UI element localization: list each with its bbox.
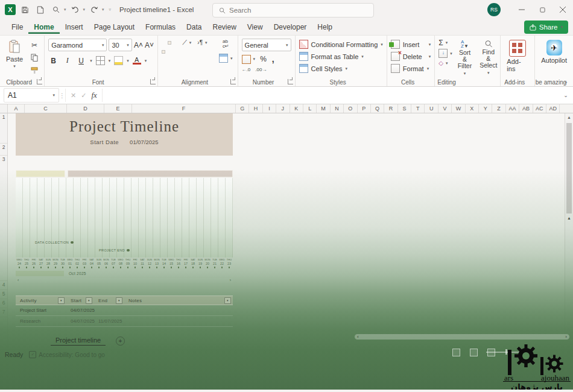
conditional-formatting-button[interactable]: Conditional Formatting▾ — [299, 39, 383, 50]
alignment-dialog-launcher-icon[interactable] — [230, 79, 236, 84]
gantt-scroll-right-icon[interactable]: › — [230, 278, 231, 282]
sort-filter-button[interactable]: AZ▼ Sort & Filter ▾ — [455, 39, 474, 77]
column-header-U[interactable]: U — [425, 104, 438, 113]
tab-page-layout[interactable]: Page Layout — [89, 21, 140, 34]
avatar[interactable]: RS — [487, 3, 501, 16]
tab-view[interactable]: View — [242, 21, 268, 34]
paste-button[interactable]: Paste▾ — [4, 39, 25, 77]
table-cell[interactable]: 04/07/2025 — [66, 308, 94, 313]
search-input[interactable]: Search — [212, 3, 374, 17]
wrap-text-icon[interactable]: abc↵ — [223, 39, 229, 49]
column-header-S[interactable]: S — [398, 104, 411, 113]
fill-icon[interactable]: ↓ — [438, 49, 448, 58]
merge-center-chevron-icon[interactable]: ▾ — [230, 56, 233, 61]
clipboard-dialog-launcher-icon[interactable] — [37, 79, 42, 84]
borders-chevron-icon[interactable]: ▾ — [109, 58, 111, 63]
maximize-button[interactable] — [532, 0, 552, 19]
font-color-chevron-icon[interactable]: ▾ — [145, 58, 147, 63]
redo-button[interactable] — [87, 3, 101, 16]
find-select-button[interactable]: Find & Select ▾ — [477, 39, 499, 77]
fill-color-chevron-icon[interactable]: ▾ — [127, 58, 129, 63]
accounting-format-icon[interactable] — [242, 55, 251, 64]
text-direction-icon[interactable]: ›¶ — [197, 39, 203, 46]
bottom-align-button[interactable] — [174, 41, 177, 45]
tab-developer[interactable]: Developer — [268, 21, 312, 34]
insert-function-icon[interactable]: fx — [91, 90, 97, 100]
copy-icon[interactable] — [28, 52, 40, 63]
start-date-value[interactable]: 01/07/2025 — [130, 139, 159, 145]
minimize-button[interactable] — [511, 0, 532, 19]
gantt-scrollbar[interactable]: ‹ › — [16, 278, 233, 283]
filter-chevron-icon[interactable]: ▾ — [58, 297, 65, 304]
undo-button[interactable] — [69, 3, 82, 16]
align-right-button[interactable] — [174, 50, 177, 54]
format-painter-icon[interactable] — [28, 65, 40, 75]
gantt-chart[interactable]: DATA COLLECTION PROJECT END WED24THU25FR… — [16, 170, 233, 283]
table-row[interactable]: Project Start04/07/2025 — [16, 305, 233, 316]
scroll-down-icon[interactable]: ▲ — [565, 216, 573, 220]
vertical-scroll-thumb[interactable] — [566, 123, 572, 213]
cell-styles-button[interactable]: Cell Styles▾ — [299, 63, 383, 74]
horizontal-scrollbar[interactable]: ‹ › — [355, 334, 569, 340]
column-header-R[interactable]: R — [384, 104, 397, 113]
gantt-phase-bar-right[interactable] — [68, 170, 233, 177]
comma-style-icon[interactable]: , — [272, 54, 274, 64]
increase-font-size-button[interactable]: A˄ — [134, 40, 143, 50]
center-button[interactable] — [168, 50, 171, 54]
close-button[interactable] — [552, 0, 573, 19]
formula-input[interactable] — [103, 87, 559, 104]
scroll-up-icon[interactable]: ▲ — [565, 113, 573, 121]
increase-indent-icon[interactable] — [186, 50, 189, 54]
column-header-C[interactable]: C — [25, 104, 67, 113]
column-header-A[interactable]: A — [8, 104, 25, 113]
autosum-icon[interactable]: Σ — [438, 39, 443, 47]
font-color-icon[interactable]: A — [133, 57, 141, 65]
underline-button[interactable]: U — [76, 55, 86, 66]
tab-home[interactable]: Home — [28, 21, 59, 34]
column-header-AD[interactable]: AD — [546, 104, 560, 113]
milestone-project-end[interactable]: PROJECT END — [99, 248, 130, 252]
page-layout-view-icon[interactable] — [470, 349, 478, 356]
column-header-H[interactable]: H — [249, 104, 262, 113]
delete-cells-button[interactable]: Delete▾ — [391, 51, 431, 62]
row-header-4[interactable]: 4 — [0, 281, 7, 290]
addins-button[interactable]: Add-ins — [504, 39, 531, 77]
column-header-W[interactable]: W — [452, 104, 465, 113]
column-header-N[interactable]: N — [331, 104, 344, 113]
activity-table[interactable]: Activity▾Start▾End▾Notes▾ Project Start0… — [16, 296, 233, 327]
column-header-AC[interactable]: AC — [533, 104, 546, 113]
quick-search-icon[interactable] — [49, 3, 63, 16]
sheet-tab-project-timeline[interactable]: Project timeline — [51, 335, 106, 346]
table-cell[interactable]: 11/07/2025 — [94, 318, 124, 324]
column-header-Z[interactable]: Z — [492, 104, 505, 113]
column-header-O[interactable]: O — [344, 104, 357, 113]
hscroll-left-icon[interactable]: ‹ — [357, 334, 359, 340]
table-cell[interactable]: Project Start — [16, 308, 66, 313]
page-break-view-icon[interactable] — [487, 349, 495, 356]
gantt-scroll-left-icon[interactable]: ‹ — [17, 278, 19, 282]
milestone-data-collection[interactable]: DATA COLLECTION — [35, 241, 74, 244]
share-button[interactable]: Share▾ — [524, 21, 568, 34]
underline-chevron-icon[interactable]: ▾ — [90, 58, 92, 63]
filter-chevron-icon[interactable]: ▾ — [116, 297, 122, 304]
quick-access-toolbar-chevron-icon[interactable]: ▿ — [109, 7, 112, 12]
percent-style-icon[interactable]: % — [260, 55, 267, 63]
column-header-AA[interactable]: AA — [506, 104, 519, 113]
collapse-ribbon-chevron-icon[interactable]: ⌄ — [563, 78, 568, 84]
number-format-select[interactable]: General▾ — [242, 39, 291, 51]
top-align-button[interactable] — [162, 41, 165, 45]
merge-center-icon[interactable] — [219, 54, 228, 63]
column-header-L[interactable]: L — [303, 104, 317, 113]
quick-search-chevron-icon[interactable]: ▾ — [64, 7, 66, 12]
accessibility-status[interactable]: ✓ Accessibility: Good to go — [29, 351, 105, 358]
increase-decimal-icon[interactable]: ←.0 — [242, 67, 251, 72]
decrease-indent-icon[interactable] — [180, 50, 183, 54]
decrease-font-size-button[interactable]: A˅ — [145, 40, 154, 50]
filter-chevron-icon[interactable]: ▾ — [86, 297, 92, 304]
accounting-chevron-icon[interactable]: ▾ — [253, 57, 256, 62]
column-header-T[interactable]: T — [411, 104, 425, 113]
column-header-K[interactable]: K — [290, 104, 303, 113]
orientation-icon[interactable]: ⟋ — [182, 39, 187, 46]
normal-view-icon[interactable] — [452, 349, 460, 356]
column-header-D[interactable]: D — [67, 104, 104, 113]
